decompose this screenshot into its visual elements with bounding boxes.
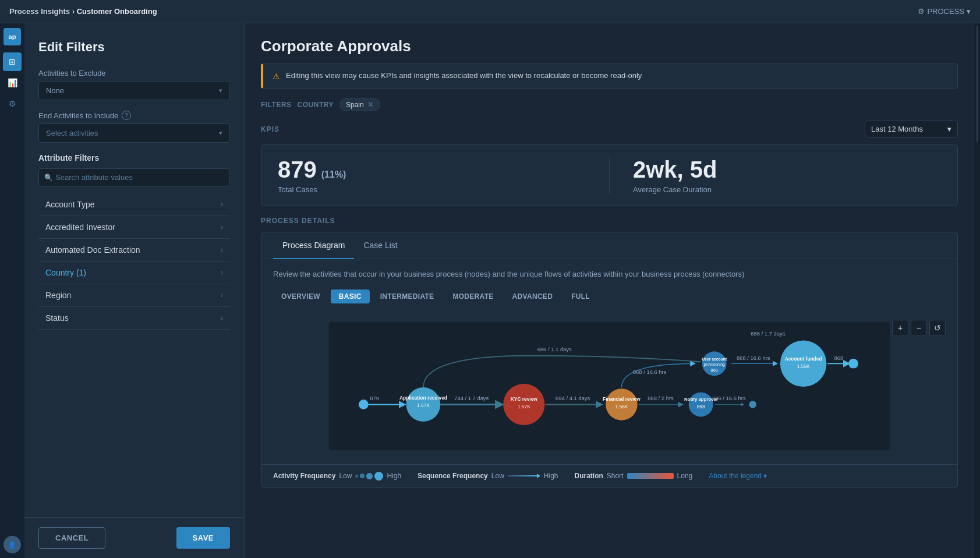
chevron-down-icon: ▾ — [763, 472, 767, 480]
svg-text:868 / 16.6 hrs: 868 / 16.6 hrs — [633, 369, 667, 375]
help-icon[interactable]: ? — [122, 111, 131, 120]
complexity-tab-basic[interactable]: BASIC — [331, 289, 370, 303]
chevron-down-icon: ▾ — [967, 7, 971, 16]
kpi-total-cases-value: 879 (11%) — [278, 157, 586, 183]
zoom-in-button[interactable]: + — [892, 320, 908, 336]
attr-row-status[interactable]: Status › — [38, 307, 230, 330]
attribute-list: Account Type › Accredited Investor › Aut… — [38, 193, 230, 330]
attr-row-account-type[interactable]: Account Type › — [38, 193, 230, 216]
svg-text:Financial review: Financial review — [603, 396, 641, 402]
spain-chip-label: Spain — [346, 101, 364, 109]
complexity-tab-intermediate[interactable]: INTERMEDIATE — [372, 289, 443, 303]
end-activities-label: End Activities to Include ? — [38, 111, 230, 120]
end-activities-select[interactable]: Select activities ▾ — [38, 123, 230, 143]
process-details-label: PROCESS DETAILS — [261, 217, 958, 225]
scrollbar-thumb[interactable] — [977, 26, 978, 142]
svg-text:1.57K: 1.57K — [518, 403, 530, 409]
kpis-card: 879 (11%) Total Cases 2wk, 5d Average Ca… — [261, 144, 958, 206]
process-menu-button[interactable]: ⚙ PROCESS ▾ — [918, 7, 971, 16]
legend-seq-freq: Sequence Frequency Low High — [418, 472, 558, 480]
tab-process-diagram[interactable]: Process Diagram — [273, 232, 354, 259]
svg-text:1.56K: 1.56K — [615, 403, 628, 409]
warning-icon: ⚠ — [273, 72, 280, 81]
svg-text:868 / 16.6 hrs: 868 / 16.6 hrs — [737, 354, 770, 361]
search-attr-wrapper: 🔍 — [38, 168, 230, 186]
svg-text:686 / 1.7 days: 686 / 1.7 days — [751, 330, 785, 337]
kpis-header: KPIS Last 12 Months ▾ — [261, 121, 958, 137]
filters-bar-label: FILTERS — [261, 101, 292, 109]
chevron-right-icon: › — [221, 314, 223, 322]
topbar: Process Insights › Customer Onboarding ⚙… — [0, 0, 980, 23]
attribute-filters-section: Attribute Filters 🔍 Account Type › Accre… — [38, 153, 230, 330]
scrollbar[interactable] — [974, 23, 980, 558]
svg-text:868 / 2 hrs: 868 / 2 hrs — [648, 395, 674, 401]
svg-text:Application received: Application received — [399, 395, 447, 401]
zoom-reset-button[interactable]: ↺ — [929, 320, 946, 336]
complexity-tab-overview[interactable]: OVERVIEW — [273, 289, 328, 303]
kpi-duration-label: Average Case Duration — [633, 185, 941, 194]
app-sidebar: ap ⊞ 📊 ⚙ 👤 — [0, 23, 24, 558]
svg-point-38 — [848, 358, 858, 368]
legend-dot-3 — [366, 473, 373, 479]
page-title: Corporate Approvals — [261, 37, 958, 55]
breadcrumb-start[interactable]: Process Insights — [9, 7, 70, 16]
country-filter-label: COUNTRY — [298, 101, 334, 109]
svg-point-18 — [359, 400, 369, 409]
close-icon[interactable]: ✕ — [367, 100, 374, 109]
svg-text:879: 879 — [370, 395, 379, 401]
search-attr-input[interactable] — [38, 168, 230, 186]
spain-filter-chip[interactable]: Spain ✕ — [339, 98, 380, 111]
legend-bar: Activity Frequency Low High Sequence Fre… — [261, 464, 957, 488]
save-button[interactable]: SAVE — [176, 527, 230, 549]
avatar[interactable]: 👤 — [3, 536, 21, 553]
tab-case-list[interactable]: Case List — [354, 232, 406, 259]
complexity-tab-full[interactable]: FULL — [563, 289, 598, 303]
filters-bar: FILTERS COUNTRY Spain ✕ — [261, 98, 958, 111]
complexity-tabs: OVERVIEW BASIC INTERMEDIATE MODERATE ADV… — [261, 285, 957, 310]
svg-text:Notify approval: Notify approval — [684, 397, 717, 402]
activities-exclude-select[interactable]: None ▾ — [38, 81, 230, 100]
end-activities-placeholder: Select activities — [46, 129, 98, 137]
tabs-bar: Process Diagram Case List — [261, 232, 957, 259]
chevron-right-icon: › — [221, 200, 223, 209]
attr-row-region[interactable]: Region › — [38, 284, 230, 307]
breadcrumb-current: Customer Onboarding — [77, 7, 157, 16]
about-legend-link[interactable]: About the legend ▾ — [709, 472, 767, 480]
nav-item-insights[interactable]: 📊 — [3, 73, 22, 92]
filters-panel: Edit Filters Activities to Exclude None … — [24, 23, 245, 558]
kpi-period-value: Last 12 Months — [871, 125, 923, 133]
svg-point-39 — [749, 401, 756, 408]
svg-text:User account: User account — [702, 357, 727, 361]
chevron-down-icon: ▾ — [947, 125, 951, 133]
svg-text:1.55K: 1.55K — [797, 363, 810, 369]
cancel-button[interactable]: CANCEL — [38, 527, 105, 549]
kpi-period-select[interactable]: Last 12 Months ▾ — [865, 121, 958, 137]
chevron-right-icon: › — [221, 269, 223, 277]
svg-text:694 / 4.1 days: 694 / 4.1 days — [556, 395, 590, 401]
complexity-tab-moderate[interactable]: MODERATE — [444, 289, 501, 303]
kpi-duration-value: 2wk, 5d — [633, 157, 941, 183]
chevron-right-icon: › — [221, 223, 223, 231]
attr-row-automated-doc[interactable]: Automated Doc Extraction › — [38, 239, 230, 262]
activities-exclude-label: Activities to Exclude — [38, 69, 230, 77]
process-btn-label: PROCESS — [927, 7, 964, 16]
complexity-tab-advanced[interactable]: ADVANCED — [504, 289, 561, 303]
attr-row-country[interactable]: Country (1) › — [38, 262, 230, 284]
svg-text:868: 868 — [697, 403, 705, 409]
svg-text:1.57K: 1.57K — [417, 402, 430, 408]
svg-text:744 / 1.7 days: 744 / 1.7 days — [454, 395, 489, 401]
breadcrumb: Process Insights › Customer Onboarding — [9, 7, 157, 16]
main-content: Corporate Approvals ⚠ Editing this view … — [245, 23, 974, 558]
nav-item-settings[interactable]: ⚙ — [3, 94, 22, 113]
svg-text:KYC review: KYC review — [511, 396, 538, 402]
svg-text:provisioning: provisioning — [704, 362, 725, 367]
chevron-right-icon: › — [221, 291, 223, 299]
nav-item-home[interactable]: ⊞ — [3, 52, 22, 71]
process-diagram-svg: 879 744 / 1.7 days 694 / 4.1 days 868 / … — [273, 322, 946, 450]
end-activities-section: End Activities to Include ? Select activ… — [38, 111, 230, 143]
legend-duration: Duration Short Long — [575, 472, 693, 480]
zoom-out-button[interactable]: − — [911, 320, 927, 336]
warning-text: Editing this view may cause KPIs and ins… — [286, 71, 642, 80]
attr-row-accredited-investor[interactable]: Accredited Investor › — [38, 216, 230, 239]
kpi-total-cases-label: Total Cases — [278, 185, 586, 194]
